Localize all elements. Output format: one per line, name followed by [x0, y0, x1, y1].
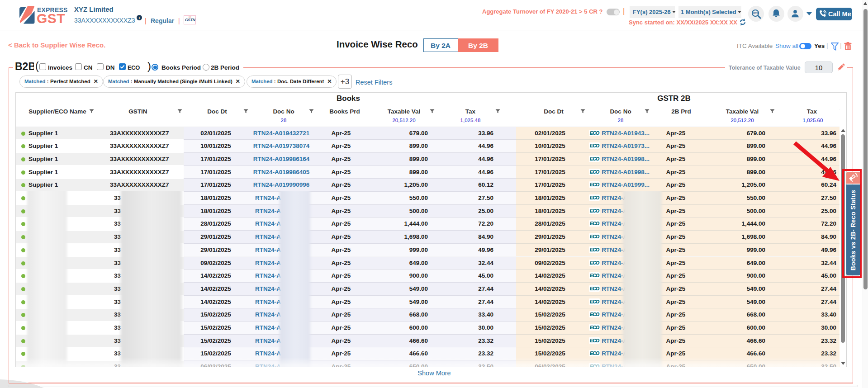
svg-text:GSTIN: GSTIN: [752, 12, 759, 14]
